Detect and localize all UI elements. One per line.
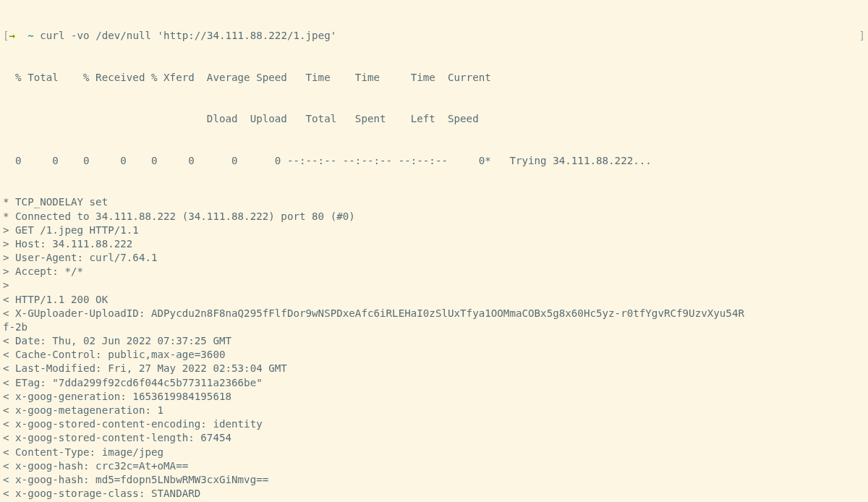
output-line: * Connected to 34.111.88.222 (34.111.88.…: [3, 210, 865, 224]
curl-header-1: % Total % Received % Xferd Average Speed…: [3, 71, 865, 85]
output-line: > User-Agent: curl/7.64.1: [3, 251, 865, 265]
output-line: < x-goog-storage-class: STANDARD: [3, 487, 865, 501]
tilde-icon: ~: [27, 30, 34, 41]
output-line: < x-goog-hash: crc32c=At+oMA==: [3, 459, 865, 473]
trying-text: * Trying 34.111.88.222...: [485, 155, 652, 166]
output-line: > Accept: */*: [3, 265, 865, 278]
output-line: * TCP_NODELAY set: [3, 195, 865, 209]
command-line: [→ ~ curl -vo /dev/null 'http://34.111.8…: [3, 29, 865, 43]
command-text: curl -vo /dev/null 'http://34.111.88.222…: [40, 30, 336, 41]
output-line: < Date: Thu, 02 Jun 2022 07:37:25 GMT: [3, 334, 865, 348]
output-lines: * TCP_NODELAY set* Connected to 34.111.8…: [3, 195, 865, 502]
output-line: < HTTP/1.1 200 OK: [3, 293, 865, 307]
zero-left: 0 0 0 0 0 0 0 0 --:--:-- --:--:-- --:--:…: [3, 155, 485, 166]
output-line: < x-goog-hash: md5=fdopn5LNbwRMW3cxGiNmv…: [3, 473, 865, 487]
output-line: < x-goog-stored-content-length: 67454: [3, 431, 865, 445]
output-line: < ETag: "7dda299f92cd6f044c5b77311a2366b…: [3, 376, 865, 390]
output-line: > GET /1.jpeg HTTP/1.1: [3, 224, 865, 237]
output-line: f-2b: [3, 320, 865, 334]
output-line: < x-goog-generation: 1653619984195618: [3, 390, 865, 404]
terminal[interactable]: [→ ~ curl -vo /dev/null 'http://34.111.8…: [0, 0, 868, 502]
arrow-icon: →: [9, 30, 16, 41]
output-line: < Content-Type: image/jpeg: [3, 446, 865, 459]
curl-header-2: Dload Upload Total Spent Left Speed: [3, 112, 865, 126]
output-line: < x-goog-stored-content-encoding: identi…: [3, 417, 865, 431]
output-line: < x-goog-metageneration: 1: [3, 404, 865, 417]
progress-zero-line: 0 0 0 0 0 0 0 0 --:--:-- --:--:-- --:--:…: [3, 154, 865, 168]
right-bracket: ]: [859, 29, 865, 43]
left-bracket: [: [3, 30, 9, 41]
output-line: < Last-Modified: Fri, 27 May 2022 02:53:…: [3, 362, 865, 375]
output-line: < X-GUploader-UploadID: ADPycdu2n8F8naQ2…: [3, 307, 865, 320]
output-line: >: [3, 278, 865, 292]
output-line: > Host: 34.111.88.222: [3, 237, 865, 251]
output-line: < Cache-Control: public,max-age=3600: [3, 348, 865, 362]
